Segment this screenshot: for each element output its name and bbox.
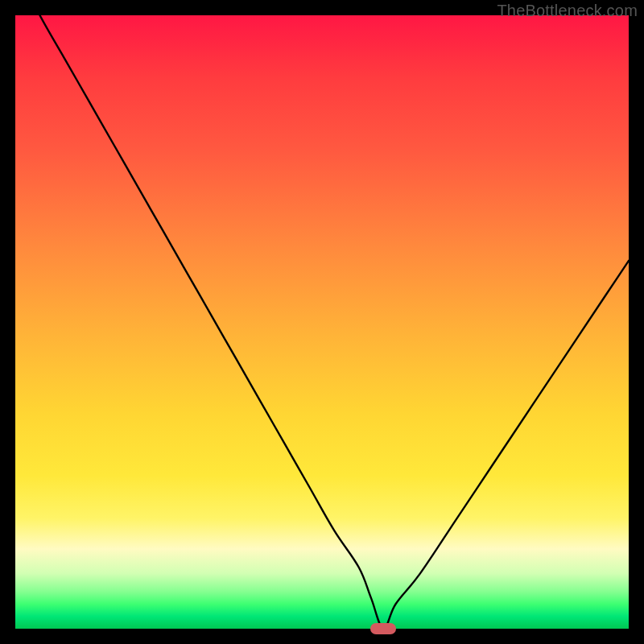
optimal-point-marker	[370, 623, 396, 634]
chart-frame: TheBottleneck.com	[0, 0, 644, 644]
plot-area	[15, 15, 629, 629]
bottleneck-curve	[15, 15, 629, 629]
watermark-text: TheBottleneck.com	[497, 2, 638, 20]
